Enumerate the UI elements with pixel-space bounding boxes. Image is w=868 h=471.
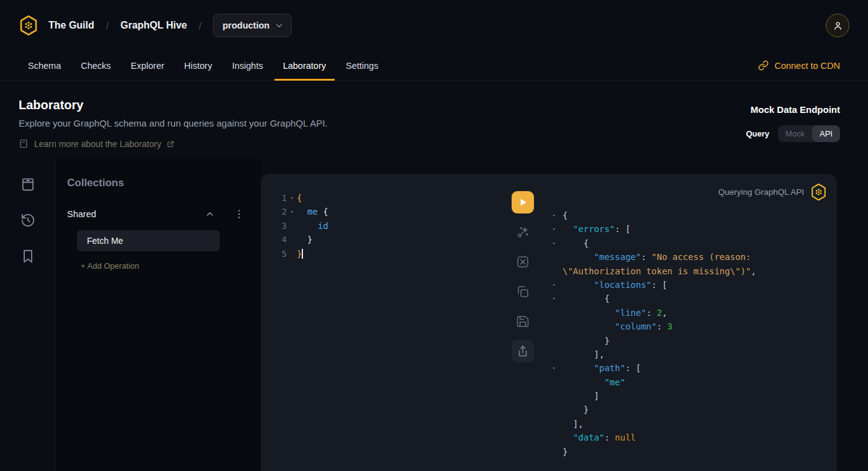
breadcrumb-separator: / xyxy=(106,20,109,31)
merge-fragments-icon[interactable] xyxy=(515,254,530,269)
line-number: 5 xyxy=(261,247,287,261)
code-line: ▾ { xyxy=(545,292,828,305)
laboratory-sidebar-rail xyxy=(0,158,56,471)
fold-arrow-icon[interactable]: ▾ xyxy=(545,278,563,292)
line-number: 4 xyxy=(261,233,287,246)
tab-settings[interactable]: Settings xyxy=(337,51,387,80)
code-text: "message": "No access (reason: xyxy=(563,250,751,264)
code-text: me { xyxy=(297,205,328,218)
code-text: "data": null xyxy=(563,431,636,444)
fold-gutter xyxy=(545,403,563,416)
prettify-icon[interactable] xyxy=(515,225,530,240)
save-operation-icon[interactable] xyxy=(515,314,530,329)
fold-arrow-icon[interactable]: ▾ xyxy=(545,222,563,236)
code-line: ▾ { xyxy=(545,236,828,250)
tab-laboratory[interactable]: Laboratory xyxy=(274,51,335,80)
tab-schema[interactable]: Schema xyxy=(19,51,70,80)
code-text: "me" xyxy=(563,375,625,389)
code-text: { xyxy=(563,209,567,222)
code-text: "errors": [ xyxy=(563,222,631,236)
code-line: ▾ "locations": [ xyxy=(545,278,828,292)
editor-toolbar xyxy=(512,191,534,362)
code-text: } xyxy=(297,233,312,246)
tab-checks[interactable]: Checks xyxy=(72,51,119,80)
user-icon xyxy=(832,20,844,32)
code-text: "column": 3 xyxy=(563,320,672,333)
project-nav: Schema Checks Explorer History Insights … xyxy=(0,51,868,81)
response-viewer: ▾{▾ "errors": [▾ { "message": "No access… xyxy=(545,209,828,459)
fold-arrow-icon[interactable]: ▾ xyxy=(545,209,563,222)
chevron-down-icon xyxy=(274,21,284,30)
breadcrumb-project[interactable]: GraphQL Hive xyxy=(120,20,187,31)
share-operation-button[interactable] xyxy=(512,340,534,362)
code-text: { xyxy=(563,292,610,305)
external-link-icon xyxy=(167,140,174,148)
fold-gutter xyxy=(545,417,563,431)
code-line: "line": 2, xyxy=(545,306,828,320)
connect-to-cdn-button[interactable]: Connect to CDN xyxy=(758,51,840,80)
code-text: "locations": [ xyxy=(563,278,667,292)
breadcrumb-org[interactable]: The Guild xyxy=(48,20,94,31)
fold-gutter xyxy=(545,389,563,403)
line-number: 2 xyxy=(261,205,287,218)
code-line: "message": "No access (reason: xyxy=(545,250,828,264)
learn-more-link[interactable]: Learn more about the Laboratory xyxy=(19,138,849,149)
code-line: ▾ "path": [ xyxy=(545,361,828,375)
toggle-option-mock[interactable]: Mock xyxy=(778,125,812,142)
collection-group-label: Shared xyxy=(67,209,96,219)
code-text: { xyxy=(297,191,302,205)
fold-gutter xyxy=(545,334,563,348)
code-text: \"Authorization token is missing\")", xyxy=(563,264,756,278)
bookmark-icon[interactable] xyxy=(20,248,36,264)
fold-gutter xyxy=(545,348,563,361)
response-caption: Querying GraphQL API xyxy=(718,183,827,201)
app-header: The Guild / GraphQL Hive / production xyxy=(0,0,868,51)
fold-gutter xyxy=(545,250,563,264)
collections-icon[interactable] xyxy=(20,176,36,192)
tab-history[interactable]: History xyxy=(176,51,221,80)
code-line: } xyxy=(545,445,828,459)
fold-arrow-icon[interactable]: ▾ xyxy=(287,205,297,218)
code-line: 1▾{ xyxy=(261,191,509,205)
toggle-option-api[interactable]: API xyxy=(812,125,840,142)
add-operation-button[interactable]: + Add Operation xyxy=(81,261,250,271)
tab-insights[interactable]: Insights xyxy=(224,51,272,80)
collections-panel: Collections Shared Fetch Me + Add Operat… xyxy=(56,158,261,471)
endpoint-panel: Mock Data Endpoint Query Mock API xyxy=(746,104,840,142)
copy-query-icon[interactable] xyxy=(515,284,530,299)
page-title: Laboratory xyxy=(19,98,849,112)
kebab-menu-icon[interactable] xyxy=(235,209,243,220)
hive-logo-icon[interactable] xyxy=(19,15,38,36)
fold-arrow-icon[interactable]: ▾ xyxy=(545,361,563,375)
play-icon xyxy=(517,197,528,208)
fold-gutter xyxy=(287,219,297,233)
fold-arrow-icon[interactable]: ▾ xyxy=(287,191,297,205)
code-text: } xyxy=(563,403,589,416)
learn-more-label: Learn more about the Laboratory xyxy=(34,139,161,149)
execute-query-button[interactable] xyxy=(512,191,534,213)
code-line: } xyxy=(545,334,828,348)
line-number: 1 xyxy=(261,191,287,205)
fold-arrow-icon[interactable]: ▾ xyxy=(545,236,563,250)
share-icon xyxy=(515,344,530,359)
fold-gutter xyxy=(545,375,563,389)
operation-item-fetch-me[interactable]: Fetch Me xyxy=(77,230,220,251)
fold-gutter xyxy=(545,431,563,444)
tab-explorer[interactable]: Explorer xyxy=(122,51,173,80)
fold-gutter xyxy=(545,264,563,278)
collection-group-shared[interactable]: Shared xyxy=(67,209,250,220)
endpoint-title: Mock Data Endpoint xyxy=(746,104,840,115)
fold-arrow-icon[interactable]: ▾ xyxy=(545,292,563,305)
page-header: Laboratory Explore your GraphQL schema a… xyxy=(0,81,868,149)
code-line: 5} xyxy=(261,247,509,261)
query-editor[interactable]: 1▾{2▾ me {3 id4 }5} xyxy=(261,191,509,261)
endpoint-toggle: Mock API xyxy=(778,125,840,142)
user-avatar[interactable] xyxy=(826,14,849,37)
chevron-up-icon[interactable] xyxy=(205,209,215,219)
history-icon[interactable] xyxy=(20,212,36,228)
code-text: ], xyxy=(563,417,584,431)
response-caption-label: Querying GraphQL API xyxy=(718,187,804,197)
code-text: } xyxy=(563,334,610,348)
code-line: } xyxy=(545,403,828,416)
target-selector-dropdown[interactable]: production xyxy=(213,14,292,37)
